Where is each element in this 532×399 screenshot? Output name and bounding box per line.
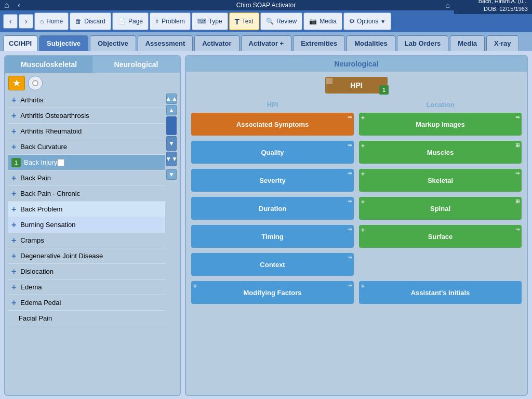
review-button[interactable]: 🔍 Review	[260, 12, 302, 30]
patient-name: Bach, Hiram A. (0...	[478, 0, 528, 4]
list-item[interactable]: + Arthritis Rheumatoid	[8, 124, 165, 139]
list-item-checkbox[interactable]: ✓	[57, 159, 64, 166]
favorites-button[interactable]: ★	[8, 76, 25, 90]
text-button[interactable]: T Text	[229, 12, 259, 30]
top-nav-prev[interactable]: ‹	[14, 1, 24, 10]
tab-assessment[interactable]: Assessment	[138, 35, 193, 51]
plus-icon: +	[361, 114, 365, 122]
type-icon: ⌨	[197, 18, 206, 25]
tab-objective[interactable]: Objective	[90, 35, 136, 51]
neuro-header: Neurological	[186, 56, 527, 72]
cc-hpi-label: CC/HPI	[3, 35, 37, 51]
plus-icon: +	[361, 283, 365, 290]
options-button[interactable]: ⚙ Options ▼	[343, 12, 391, 30]
markup-images-button[interactable]: + Markup Images ⇒	[359, 113, 522, 136]
tab-activator[interactable]: Activator	[194, 35, 239, 51]
problem-button[interactable]: ⚕ Problem	[150, 12, 191, 30]
musculo-panel: Musculoskeletal Neurological ★ + Arthrit…	[4, 55, 181, 396]
scroll-thumb[interactable]	[166, 116, 177, 135]
circle-inner	[32, 80, 38, 86]
spinal-button[interactable]: + Spinal ⊞	[359, 197, 522, 220]
top-home-right[interactable]: ⌂	[446, 1, 450, 9]
list-item[interactable]: + Cramps	[8, 233, 165, 248]
scroll-top-button[interactable]: ▲▲	[166, 94, 177, 104]
review-icon: 🔍	[266, 18, 274, 25]
list-item-badge: 1	[11, 158, 21, 167]
options-icon: ⚙	[349, 18, 355, 25]
discard-button[interactable]: 🗑 Discard	[70, 12, 111, 30]
skeletal-button[interactable]: + Skeletal ⇒	[359, 169, 522, 192]
hpi-box[interactable]: HPI 1	[325, 77, 388, 94]
plus-icon: +	[361, 198, 365, 206]
assistants-initials-button[interactable]: + Assistant's Initials	[359, 281, 522, 304]
context-button[interactable]: Context ⇒	[191, 253, 354, 276]
btn-row-7: + Modifying Factors ⇒ + Assistant's Init…	[191, 281, 522, 304]
page-button[interactable]: 📄 Page	[112, 12, 149, 30]
toolbar-nav-prev[interactable]: ‹	[3, 14, 18, 29]
scroll-up-button[interactable]: ▲	[166, 105, 177, 115]
hpi-corner	[326, 78, 332, 84]
circle-button[interactable]	[28, 76, 43, 90]
list-item[interactable]: + Edema Pedal	[8, 295, 165, 311]
list-plus-icon: +	[11, 298, 16, 308]
tab-extremities[interactable]: Extremities	[293, 35, 345, 51]
plus-icon: +	[361, 142, 365, 150]
type-button[interactable]: ⌨ Type	[192, 12, 228, 30]
arrow-icon: ⇒	[515, 170, 520, 176]
arrow-icon: ⇒	[515, 114, 520, 120]
main-content: Musculoskeletal Neurological ★ + Arthrit…	[0, 51, 532, 399]
list-item[interactable]: + Dislocation	[8, 264, 165, 280]
list-item-burning[interactable]: + Burning Sensation	[8, 217, 165, 233]
list-item[interactable]: + Back Pain	[8, 170, 165, 186]
list-item[interactable]: + Degenerative Joint Disease	[8, 248, 165, 264]
tab-xray[interactable]: X-ray	[486, 35, 519, 51]
scroll-last-button[interactable]: ▼	[166, 169, 177, 180]
list-plus-icon: +	[11, 127, 16, 136]
scroll-bottom-button[interactable]: ▼▼	[166, 152, 177, 166]
list-plus-icon: +	[11, 251, 16, 261]
list-item[interactable]: + Arthritis Osteoarthrosis	[8, 108, 165, 124]
tab-lab-orders[interactable]: Lab Orders	[397, 35, 448, 51]
duration-button[interactable]: Duration ⇒	[191, 197, 354, 220]
list-item[interactable]: + Edema	[8, 280, 165, 295]
top-nav-left[interactable]: ⌂	[0, 1, 14, 10]
tab-subjective[interactable]: Subjective	[39, 35, 88, 51]
media-button[interactable]: 📷 Media	[303, 12, 342, 30]
list-plus-icon: +	[11, 111, 16, 121]
surface-button[interactable]: + Surface ⇒	[359, 225, 522, 248]
list-plus-icon: +	[11, 189, 16, 198]
scroll-controls: ▲▲ ▲ ▼ ▼▼ ▼	[165, 92, 177, 393]
list-plus-icon: +	[11, 220, 16, 230]
tab-activator-plus[interactable]: Activator +	[241, 35, 292, 51]
quality-button[interactable]: Quality ⇒	[191, 141, 354, 164]
plus-icon: +	[193, 283, 197, 290]
neuro-panel-tab[interactable]: Neurological	[92, 56, 180, 73]
modifying-factors-button[interactable]: + Modifying Factors ⇒	[191, 281, 354, 304]
list-scroll-area: + Arthritis + Arthritis Osteoarthrosis +…	[8, 92, 165, 393]
musculo-panel-tab[interactable]: Musculoskeletal	[5, 56, 92, 73]
list-item[interactable]: + Arthritis	[8, 92, 165, 108]
timing-button[interactable]: Timing ⇒	[191, 225, 354, 248]
scroll-down-button[interactable]: ▼	[166, 136, 177, 151]
list-item-back-problem[interactable]: + Back Problem	[8, 202, 165, 217]
list-item[interactable]: Facial Pain	[8, 311, 165, 326]
severity-button[interactable]: Severity ⇒	[191, 169, 354, 192]
toolbar-nav-next[interactable]: ›	[19, 14, 33, 29]
list-plus-icon: +	[11, 283, 16, 292]
tab-media[interactable]: Media	[450, 35, 485, 51]
btn-row-3: Severity ⇒ + Skeletal ⇒	[191, 169, 522, 192]
tab-modalities[interactable]: Modalities	[347, 35, 395, 51]
arrow-icon: ⇒	[348, 227, 352, 232]
arrow-icon: ⇒	[348, 283, 352, 288]
home-button[interactable]: ⌂ Home	[34, 12, 69, 30]
plus-icon: +	[361, 227, 365, 234]
associated-symptoms-button[interactable]: Associated Symptoms ⇒	[191, 113, 354, 136]
page-icon: 📄	[118, 18, 126, 25]
problem-icon: ⚕	[155, 18, 159, 25]
list-item-back-injury[interactable]: 1 Back Injury ✓	[8, 155, 165, 170]
app-title: Chiro SOAP Activator	[236, 2, 296, 9]
list-item[interactable]: + Back Curvature	[8, 139, 165, 155]
list-item[interactable]: + Back Pain - Chronic	[8, 186, 165, 202]
muscles-button[interactable]: + Muscles ⊞	[359, 141, 522, 164]
empty-slot	[359, 253, 522, 276]
